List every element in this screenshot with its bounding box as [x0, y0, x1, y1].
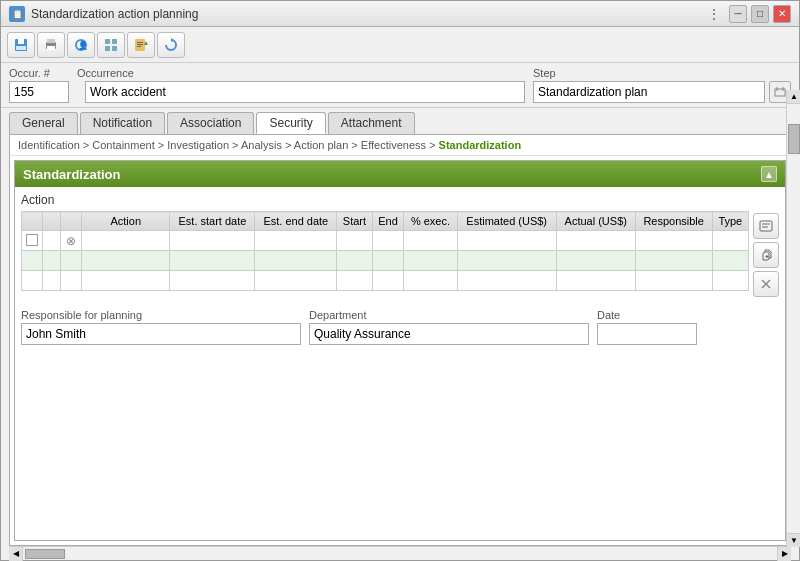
form-header: Occur. # 155 Occurrence Work accident St… [1, 63, 799, 108]
toolbar: 👤 [1, 27, 799, 63]
title-bar-controls: ⋮ ─ □ ✕ [703, 5, 791, 23]
minimize-button[interactable]: ─ [729, 5, 747, 23]
scroll-down-button[interactable]: ▼ [787, 533, 800, 547]
svg-rect-5 [47, 46, 55, 50]
svg-rect-4 [47, 39, 55, 43]
section-header: Standardization ▲ [15, 161, 785, 187]
step-value: Standardization plan [533, 81, 765, 103]
cell-cb3 [61, 251, 82, 271]
section-collapse-button[interactable]: ▲ [761, 166, 777, 182]
maximize-button[interactable]: □ [751, 5, 769, 23]
title-bar: 📋 Standardization action planning ⋮ ─ □ … [1, 1, 799, 27]
action-label: Action [21, 193, 779, 207]
step-group: Step Standardization plan [533, 67, 791, 103]
tab-association[interactable]: Association [167, 112, 254, 134]
table-row[interactable] [22, 251, 749, 271]
cell-est-end [255, 251, 337, 271]
cell-actual [556, 271, 635, 291]
cell-est-start [170, 271, 255, 291]
export-button[interactable] [127, 32, 155, 58]
section-body: Action Action Est. start date [15, 187, 785, 540]
attach-button[interactable]: 👤 [67, 32, 95, 58]
cell-est-start [170, 231, 255, 251]
table-row[interactable]: ⊗ [22, 231, 749, 251]
tab-notification[interactable]: Notification [80, 112, 165, 134]
cell-actual [556, 231, 635, 251]
grid-button[interactable] [97, 32, 125, 58]
cell-estimated [457, 231, 556, 251]
svg-rect-10 [105, 46, 110, 51]
cell-estimated [457, 251, 556, 271]
delete-row-button[interactable] [753, 271, 779, 297]
cell-est-end [255, 271, 337, 291]
cell-responsible [635, 231, 712, 251]
svg-rect-8 [105, 39, 110, 44]
section-title: Standardization [23, 167, 121, 182]
vertical-scrollbar[interactable]: ▲ ▼ [786, 90, 800, 547]
cell-action [82, 251, 170, 271]
window-title: Standardization action planning [31, 7, 198, 21]
copy-row-button[interactable] [753, 242, 779, 268]
cell-actual [556, 251, 635, 271]
main-window: 📋 Standardization action planning ⋮ ─ □ … [0, 0, 800, 561]
close-button[interactable]: ✕ [773, 5, 791, 23]
svg-rect-21 [760, 221, 772, 231]
cell-end [372, 231, 404, 251]
cell-type [712, 271, 748, 291]
table-side-buttons [753, 211, 779, 297]
menu-dots[interactable]: ⋮ [703, 6, 725, 22]
svg-rect-15 [137, 46, 141, 47]
tab-security[interactable]: Security [256, 112, 325, 134]
cell-type [712, 231, 748, 251]
svg-rect-2 [16, 46, 26, 50]
h-scroll-track [23, 547, 777, 560]
cell-cb1 [22, 251, 43, 271]
horizontal-scrollbar[interactable]: ◀ ▶ [9, 546, 791, 560]
refresh-button[interactable] [157, 32, 185, 58]
col-header-est-start: Est. start date [170, 212, 255, 231]
occur-value: 155 [9, 81, 69, 103]
svg-text:👤: 👤 [78, 40, 88, 50]
cell-cb3 [61, 271, 82, 291]
cell-pct [404, 231, 457, 251]
scroll-right-button[interactable]: ▶ [777, 547, 791, 561]
save-button[interactable] [7, 32, 35, 58]
tab-bar: General Notification Association Securit… [1, 108, 799, 134]
app-icon: 📋 [9, 6, 25, 22]
scroll-left-button[interactable]: ◀ [9, 547, 23, 561]
cell-est-start [170, 251, 255, 271]
print-button[interactable] [37, 32, 65, 58]
cell-end [372, 251, 404, 271]
cell-pct [404, 271, 457, 291]
table-area: Action Est. start date Est. end date Sta… [21, 211, 779, 297]
cell-pct [404, 251, 457, 271]
occurrence-group: Occurrence Work accident [77, 67, 525, 103]
table-row[interactable] [22, 271, 749, 291]
cell-start [337, 231, 373, 251]
col-header-cb2 [43, 212, 61, 231]
cell-cb3: ⊗ [61, 231, 82, 251]
scroll-thumb[interactable] [788, 124, 800, 154]
tab-attachment[interactable]: Attachment [328, 112, 415, 134]
tab-general[interactable]: General [9, 112, 78, 134]
cell-start [337, 251, 373, 271]
svg-rect-9 [112, 39, 117, 44]
scroll-up-button[interactable]: ▲ [787, 90, 800, 104]
dept-input[interactable] [309, 323, 589, 345]
cell-start [337, 271, 373, 291]
cell-responsible [635, 271, 712, 291]
h-scroll-thumb[interactable] [25, 549, 65, 559]
col-header-action: Action [82, 212, 170, 231]
crumb-action-plan: Action plan [294, 139, 348, 151]
col-header-est-end: Est. end date [255, 212, 337, 231]
resp-input[interactable] [21, 323, 301, 345]
crumb-investigation: Investigation [167, 139, 229, 151]
cell-cb2 [43, 251, 61, 271]
date-label: Date [597, 309, 697, 321]
occurrence-value: Work accident [85, 81, 525, 103]
col-header-start: Start [337, 212, 373, 231]
svg-rect-11 [112, 46, 117, 51]
date-input[interactable] [597, 323, 697, 345]
new-row-button[interactable] [753, 213, 779, 239]
cell-type [712, 251, 748, 271]
